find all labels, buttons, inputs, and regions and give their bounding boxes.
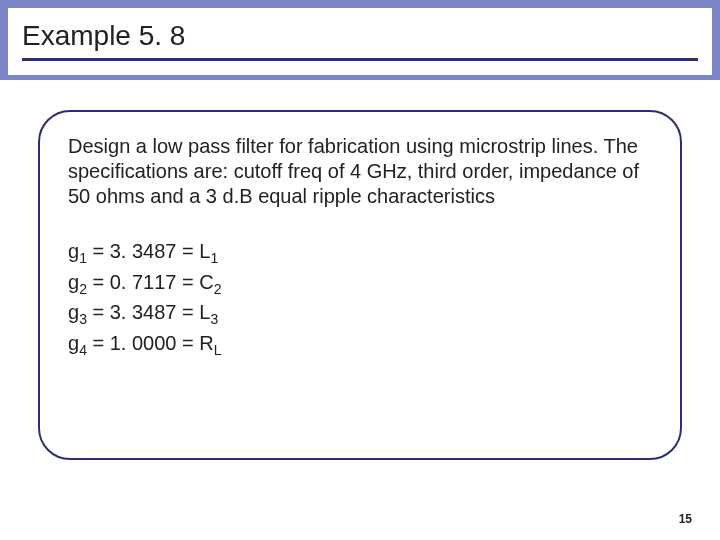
rhs-symbol: L (199, 301, 210, 323)
g-symbol: g (68, 271, 79, 293)
problem-description: Design a low pass filter for fabrication… (68, 134, 652, 209)
equation-list: g1 = 3. 3487 = L1 g2 = 0. 7117 = C2 g3 =… (68, 239, 652, 359)
g-subscript: 3 (79, 311, 87, 327)
slide-title: Example 5. 8 (22, 20, 698, 52)
equation-row: g4 = 1. 0000 = RL (68, 331, 652, 360)
rhs-symbol: R (199, 332, 213, 354)
rhs-symbol: L (199, 240, 210, 262)
title-underline (22, 58, 698, 61)
page-number: 15 (679, 512, 692, 526)
rhs-subscript: 2 (214, 281, 222, 297)
equation-row: g2 = 0. 7117 = C2 (68, 270, 652, 299)
g-subscript: 4 (79, 342, 87, 358)
g-symbol: g (68, 332, 79, 354)
equation-row: g3 = 3. 3487 = L3 (68, 300, 652, 329)
g-subscript: 1 (79, 250, 87, 266)
g-symbol: g (68, 301, 79, 323)
rhs-subscript: L (214, 342, 222, 358)
g-value: 0. 7117 (110, 271, 177, 293)
rhs-symbol: C (199, 271, 213, 293)
g-value: 3. 3487 (110, 301, 177, 323)
g-value: 1. 0000 (110, 332, 177, 354)
title-box: Example 5. 8 (8, 8, 712, 75)
content-frame: Design a low pass filter for fabrication… (38, 110, 682, 460)
g-symbol: g (68, 240, 79, 262)
g-subscript: 2 (79, 281, 87, 297)
g-value: 3. 3487 (110, 240, 177, 262)
equation-row: g1 = 3. 3487 = L1 (68, 239, 652, 268)
rhs-subscript: 3 (210, 311, 218, 327)
rhs-subscript: 1 (210, 250, 218, 266)
